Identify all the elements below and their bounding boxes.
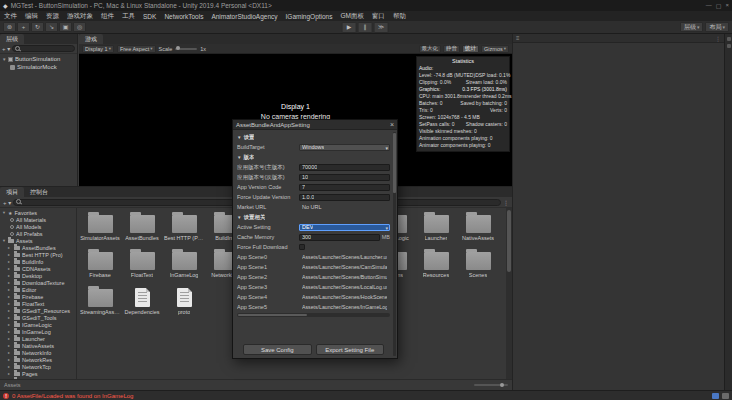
- foldout-icon[interactable]: ▸: [8, 371, 12, 376]
- grid-scrollbar-thumb[interactable]: [507, 210, 511, 272]
- settings-row[interactable]: ▼ Force Update Version 1.0.0: [237, 192, 390, 202]
- foldout-icon[interactable]: ▼: [2, 238, 6, 243]
- menu-item[interactable]: 工具: [118, 12, 139, 21]
- settings-value-field[interactable]: Assets/Launcher/Scenes/Launcher.unity: [299, 254, 390, 261]
- aspect-dropdown[interactable]: Free Aspect: [117, 45, 156, 53]
- settings-value-field[interactable]: 70000: [299, 164, 390, 171]
- settings-value-field[interactable]: No URL: [299, 204, 390, 211]
- panel-options-icon[interactable]: ⋮: [503, 199, 509, 206]
- tree-folder-row[interactable]: ▸ GSediT_Resources: [0, 307, 76, 314]
- menu-item[interactable]: AnimatorStudioAgency: [207, 13, 281, 20]
- create-button[interactable]: + ▾: [2, 45, 10, 52]
- maximize-on-play-button[interactable]: 最大化: [419, 45, 442, 53]
- settings-value-field[interactable]: Assets/Launcher/Scenes/CamSimulation.uni…: [299, 264, 390, 271]
- tree-folder-row[interactable]: ▸ CDNAssets: [0, 265, 76, 272]
- horizontal-scrollbar-thumb[interactable]: [238, 314, 307, 316]
- asset-item[interactable]: Best HTTP (Pro): [163, 211, 205, 248]
- menu-item[interactable]: GM面板: [336, 12, 367, 21]
- favorite-item[interactable]: All Materials: [0, 216, 76, 223]
- settings-scrollbar-thumb[interactable]: [393, 133, 396, 193]
- console-icon[interactable]: [722, 393, 729, 399]
- settings-value-field[interactable]: Assets/Launcher/Scenes/ButtonSimulation.…: [299, 274, 390, 281]
- grid-scrollbar[interactable]: [506, 208, 512, 379]
- foldout-icon[interactable]: ▸: [8, 266, 12, 271]
- display-dropdown[interactable]: Display 1: [82, 45, 114, 53]
- settings-row[interactable]: ▼ BuildTarget Windows: [237, 142, 390, 152]
- tool-button[interactable]: ↻: [31, 22, 44, 32]
- menu-item[interactable]: 编辑: [21, 12, 42, 21]
- settings-value-field[interactable]: 7: [299, 184, 390, 191]
- settings-row[interactable]: ▼ Market URL No URL: [237, 202, 390, 212]
- settings-value-field[interactable]: 1.0.0: [299, 194, 390, 201]
- menu-item[interactable]: 游戏对象: [63, 12, 97, 21]
- settings-action-button[interactable]: Export Setting File: [316, 344, 385, 355]
- settings-row[interactable]: ▼ Force Full Download: [237, 242, 390, 252]
- asset-item[interactable]: Scenes: [457, 248, 499, 285]
- tree-folder-row[interactable]: ▸ FloatText: [0, 300, 76, 307]
- foldout-icon[interactable]: ▼: [2, 210, 6, 215]
- settings-row[interactable]: ▼ Cache Memory 300 MB: [237, 232, 390, 242]
- settings-window-titlebar[interactable]: AssetBundleAndAppSetting ×: [233, 120, 397, 130]
- settings-row[interactable]: ▼ 设置相关: [237, 212, 390, 222]
- gizmos-dropdown[interactable]: Gizmos: [481, 45, 509, 53]
- settings-row[interactable]: ▼ 设置: [237, 132, 390, 142]
- menu-item[interactable]: 资源: [42, 12, 63, 21]
- favorites-header[interactable]: ▼ ★ Favorites: [0, 209, 76, 216]
- settings-action-button[interactable]: Save Config: [243, 344, 312, 355]
- tree-folder-row[interactable]: ▸ InGameLog: [0, 328, 76, 335]
- pause-button[interactable]: ∥: [358, 22, 373, 33]
- error-icon[interactable]: !: [3, 393, 9, 399]
- layout-dropdown[interactable]: 布局: [705, 22, 729, 32]
- menu-item[interactable]: 窗口: [368, 12, 389, 21]
- foldout-icon[interactable]: ▼: [237, 135, 241, 140]
- project-tab[interactable]: 控制台: [24, 187, 54, 197]
- mute-audio-button[interactable]: 静音: [443, 45, 460, 53]
- icon-size-slider[interactable]: [474, 384, 508, 386]
- tree-folder-row[interactable]: ▸ Best HTTP (Pro): [0, 251, 76, 258]
- tree-folder-row[interactable]: ▸ NetworkInfo: [0, 349, 76, 356]
- settings-row[interactable]: ▼ App Scene2 Assets/Launcher/Scenes/Butt…: [237, 272, 390, 282]
- settings-row[interactable]: ▼ App Scene3 Assets/Launcher/Scenes/Loca…: [237, 282, 390, 292]
- scene-row[interactable]: ▼ ButtonSimulation: [0, 55, 77, 63]
- step-button[interactable]: ≫: [374, 22, 389, 33]
- tree-folder-row[interactable]: ▸ NetworkTcp: [0, 363, 76, 370]
- minimize-icon[interactable]: —: [706, 2, 712, 9]
- horizontal-scrollbar[interactable]: [237, 313, 390, 317]
- foldout-icon[interactable]: ▸: [8, 280, 12, 285]
- settings-value-field[interactable]: [299, 244, 305, 250]
- menu-item[interactable]: 组件: [97, 12, 118, 21]
- scale-slider-thumb[interactable]: [176, 46, 180, 50]
- foldout-icon[interactable]: ▸: [8, 287, 12, 292]
- foldout-icon[interactable]: ▸: [8, 315, 12, 320]
- strip-icon[interactable]: [727, 37, 731, 41]
- favorite-item[interactable]: All Models: [0, 223, 76, 230]
- tree-folder-row[interactable]: ▸ IGameLogic: [0, 321, 76, 328]
- foldout-icon[interactable]: ▸: [8, 357, 12, 362]
- assets-root[interactable]: ▼ Assets: [0, 237, 76, 244]
- asset-item[interactable]: Firebase: [79, 248, 121, 285]
- settings-row[interactable]: ▼ Active Setting DEV: [237, 222, 390, 232]
- status-error-message[interactable]: 0 AssetFile/Loaded was found on InGameLo…: [12, 393, 133, 399]
- icon-size-thumb[interactable]: [500, 383, 504, 387]
- stats-button[interactable]: 统计: [462, 45, 479, 53]
- layers-dropdown[interactable]: 层级: [680, 22, 704, 32]
- settings-value-field[interactable]: 10: [299, 174, 390, 181]
- create-asset-button[interactable]: + ▾: [3, 199, 11, 206]
- settings-row[interactable]: ▼ App Scene1 Assets/Launcher/Scenes/CamS…: [237, 262, 390, 272]
- project-tab[interactable]: 项目: [0, 187, 24, 197]
- menu-item[interactable]: 文件: [0, 12, 21, 21]
- foldout-icon[interactable]: ▸: [8, 329, 12, 334]
- tree-folder-row[interactable]: ▸ NativeAssets: [0, 342, 76, 349]
- foldout-icon[interactable]: ▸: [8, 343, 12, 348]
- settings-row[interactable]: ▼ App Version Code 7: [237, 182, 390, 192]
- foldout-icon[interactable]: ▼: [2, 57, 6, 62]
- close-icon[interactable]: ×: [725, 2, 729, 9]
- tree-folder-row[interactable]: ▸ Launcher: [0, 335, 76, 342]
- hierarchy-search[interactable]: [12, 45, 75, 52]
- foldout-icon[interactable]: ▸: [8, 294, 12, 299]
- foldout-icon[interactable]: ▸: [8, 308, 12, 313]
- settings-value-field[interactable]: Assets/Launcher/Scenes/HookScenePage.uni…: [299, 294, 390, 301]
- settings-value-field[interactable]: 300: [299, 234, 380, 241]
- tree-folder-row[interactable]: ▸ Editor: [0, 286, 76, 293]
- tree-folder-row[interactable]: ▸ GSediT_Tools: [0, 314, 76, 321]
